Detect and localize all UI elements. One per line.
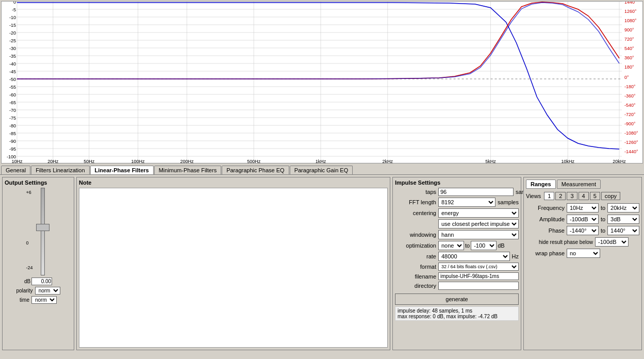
svg-text:1440°: 1440°	[624, 2, 637, 5]
svg-text:-15: -15	[9, 23, 16, 28]
time-select[interactable]: norm rev	[31, 296, 57, 304]
svg-text:-1260°: -1260°	[624, 140, 638, 145]
svg-text:-25: -25	[9, 38, 16, 43]
optimization-db-select[interactable]: -100-90-80	[471, 241, 497, 250]
svg-text:-50: -50	[9, 77, 16, 82]
tab-general[interactable]: General	[1, 166, 30, 174]
hide-result-select[interactable]: -100dB-80dB-60dB	[595, 237, 629, 247]
format-select[interactable]: 32 / 64 bits floats csv (.csv) 32 bits f…	[438, 263, 519, 271]
centering-label: centering	[395, 210, 436, 216]
svg-text:-85: -85	[9, 131, 16, 136]
wrap-phase-select[interactable]: noyes	[567, 249, 600, 258]
centering-select[interactable]: energypeak	[438, 208, 519, 218]
svg-text:-35: -35	[9, 54, 16, 59]
copy-button[interactable]: copy	[601, 192, 620, 200]
svg-text:100Hz: 100Hz	[131, 159, 145, 163]
polarity-select[interactable]: norm inv	[35, 287, 60, 295]
views-label: Views	[526, 193, 541, 199]
fader-knob[interactable]	[36, 224, 49, 231]
output-settings-panel: Output Settings +6 0 -24	[2, 177, 74, 350]
fader-label-top: +6	[26, 190, 32, 195]
view-btn-3[interactable]: 3	[567, 192, 577, 200]
svg-text:10Hz: 10Hz	[11, 159, 22, 163]
status-text: impulse delay: 48 samples, 1 ms max resp…	[395, 306, 519, 321]
rate-select[interactable]: 44100480008820096000	[438, 252, 510, 261]
freq-to-label: to	[601, 205, 605, 211]
tabs: General Filters Linearization Linear-Pha…	[0, 165, 644, 174]
svg-text:2kHz: 2kHz	[383, 159, 393, 163]
svg-text:-5: -5	[12, 7, 16, 12]
svg-text:-60: -60	[9, 92, 16, 97]
svg-text:-360°: -360°	[624, 93, 636, 99]
tab-measurement[interactable]: Measurement	[557, 180, 601, 189]
view-btn-2[interactable]: 2	[555, 192, 566, 200]
svg-text:1080°: 1080°	[624, 18, 637, 23]
directory-input[interactable]	[438, 282, 519, 290]
centering2-select[interactable]: use closest perfect impulsedo not use	[438, 219, 519, 229]
view-btn-5[interactable]: 5	[590, 192, 600, 200]
svg-text:1kHz: 1kHz	[316, 159, 326, 163]
svg-text:5kHz: 5kHz	[485, 159, 496, 163]
tab-filters-linearization[interactable]: Filters Linearization	[31, 166, 89, 174]
chart-svg: 0 -5 -10 -15 -20 -25 -30 -35 -40 -45 -50…	[2, 2, 642, 163]
svg-text:-65: -65	[9, 100, 16, 105]
amplitude-from-select[interactable]: -100dB-80dB-60dB	[567, 215, 599, 224]
note-textarea[interactable]	[79, 188, 388, 348]
svg-rect-0	[17, 2, 637, 163]
tab-minimum-phase-filters[interactable]: Minimum-Phase Filters	[154, 166, 221, 174]
windowing-select[interactable]: nonehannhammingblackman	[438, 230, 519, 239]
svg-text:900°: 900°	[624, 27, 634, 32]
note-panel: Note	[76, 177, 390, 350]
svg-text:-75: -75	[9, 116, 16, 121]
frequency-label: Frequency	[526, 205, 565, 211]
optimization-label: optimization	[395, 242, 436, 249]
filename-input[interactable]	[438, 272, 519, 280]
phase-to-select[interactable]: 1440°720°360°	[607, 226, 639, 235]
svg-text:-40: -40	[9, 61, 16, 67]
status-line1: impulse delay: 48 samples, 1 ms	[398, 308, 516, 314]
svg-text:10kHz: 10kHz	[562, 159, 575, 163]
main-content: Output Settings +6 0 -24	[0, 174, 644, 352]
view-btn-1[interactable]: 1	[544, 192, 554, 200]
svg-text:-900°: -900°	[624, 121, 636, 126]
svg-text:50Hz: 50Hz	[84, 159, 94, 163]
svg-text:-90: -90	[9, 139, 16, 144]
svg-text:-80: -80	[9, 123, 16, 128]
filename-label: filename	[395, 273, 436, 280]
format-label: format	[395, 264, 436, 270]
time-label: time	[20, 297, 29, 303]
db-input[interactable]	[31, 278, 52, 285]
svg-text:540°: 540°	[624, 46, 634, 51]
svg-text:1260°: 1260°	[624, 9, 637, 14]
fader-label-bottom: -24	[26, 265, 32, 270]
frequency-to-select[interactable]: 20kHz10kHz5kHz	[607, 203, 639, 213]
phase-from-select[interactable]: -1440°-720°-360°	[567, 226, 599, 235]
svg-text:500Hz: 500Hz	[247, 159, 260, 163]
svg-text:-540°: -540°	[624, 103, 636, 108]
svg-text:-1080°: -1080°	[624, 130, 638, 136]
polarity-label: polarity	[16, 288, 32, 293]
svg-text:-70: -70	[9, 108, 16, 113]
svg-text:-10: -10	[9, 15, 16, 20]
amp-to-label: to	[601, 216, 605, 222]
rate-label: rate	[395, 253, 436, 259]
tab-paragraphic-gain-eq[interactable]: Paragraphic Gain EQ	[290, 166, 353, 174]
optimization-select[interactable]: noneauto	[438, 241, 464, 250]
tab-linear-phase-filters[interactable]: Linear-Phase Filters	[90, 166, 154, 174]
generate-button[interactable]: generate	[395, 293, 519, 305]
amplitude-to-select[interactable]: 3dB6dB10dB	[607, 215, 639, 224]
svg-text:-55: -55	[9, 85, 16, 90]
svg-text:0: 0	[13, 2, 16, 5]
tab-ranges[interactable]: Ranges	[526, 180, 556, 189]
fft-select[interactable]: 51210242048409681921638432768	[438, 198, 496, 207]
taps-input[interactable]	[438, 188, 514, 196]
tab-paragraphic-phase-eq[interactable]: Paragraphic Phase EQ	[222, 166, 289, 174]
svg-text:-30: -30	[9, 46, 16, 51]
view-btn-4[interactable]: 4	[579, 192, 589, 200]
status-line2: max response: 0 dB, max impulse: -4.72 d…	[398, 314, 516, 319]
note-title: Note	[79, 180, 388, 186]
amplitude-label: Amplitude	[526, 216, 565, 222]
svg-text:-720°: -720°	[624, 112, 636, 117]
frequency-from-select[interactable]: 10Hz20Hz50Hz	[567, 203, 599, 213]
phase-label: Phase	[526, 227, 565, 234]
